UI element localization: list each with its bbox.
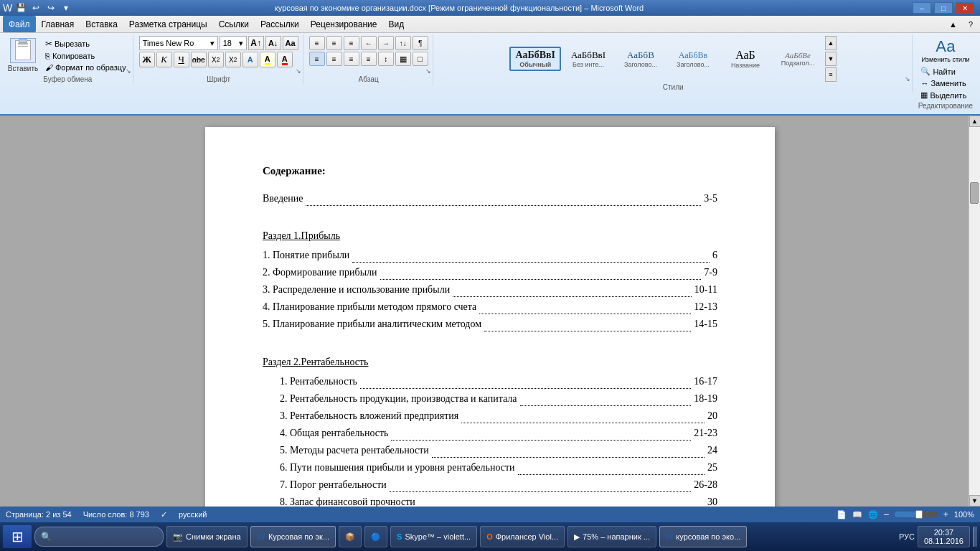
taskbar-app4[interactable]: 🔵 xyxy=(364,526,387,547)
save-qa-btn[interactable]: 💾 xyxy=(14,1,27,14)
font-color-button[interactable]: A xyxy=(277,52,293,67)
section1-block: Раздел 1.Прибыль 1. Понятие прибыли 6 2.… xyxy=(263,217,717,331)
text-highlight-button[interactable]: A xyxy=(260,52,275,67)
style-heading2[interactable]: АаБбВв Заголово... xyxy=(668,47,718,71)
sort-button[interactable]: ↑↓ xyxy=(395,36,411,50)
format-painter-button[interactable]: 🖌 Формат по образцу xyxy=(43,62,128,72)
start-button[interactable]: ⊞ xyxy=(3,525,32,548)
align-right-button[interactable]: ≡ xyxy=(344,52,359,66)
system-clock[interactable]: 20:37 08.11.2016 xyxy=(918,526,970,547)
center-button[interactable]: ≡ xyxy=(326,52,342,66)
bullets-button[interactable]: ≡ xyxy=(309,36,325,50)
text-effects-button[interactable]: A xyxy=(242,52,258,67)
numbering-button[interactable]: ≡ xyxy=(326,36,342,50)
styles-expand-btn[interactable]: ≡ xyxy=(825,67,837,82)
ribbon-collapse-btn[interactable]: ▲ xyxy=(945,19,961,30)
styles-scroll-down-btn[interactable]: ▼ xyxy=(825,52,837,66)
bold-button[interactable]: Ж xyxy=(139,52,155,67)
style-no-interval[interactable]: АаБбВвI Без инте... xyxy=(563,47,613,71)
taskbar-word2[interactable]: W курсовая по эко... xyxy=(659,526,747,547)
minimize-button[interactable]: – xyxy=(913,2,931,14)
redo-qa-btn[interactable]: ↪ xyxy=(44,1,57,14)
font-expand-icon[interactable]: ↘ xyxy=(296,67,301,75)
superscript-button[interactable]: X2 xyxy=(225,52,241,67)
view-reading-icon[interactable]: 📖 xyxy=(852,510,862,519)
zoom-thumb[interactable] xyxy=(915,510,923,519)
search-bar[interactable]: 🔍 xyxy=(34,527,164,547)
font-grow-button[interactable]: A↑ xyxy=(248,36,264,50)
qa-dropdown-btn[interactable]: ▾ xyxy=(60,1,72,14)
menu-page-layout[interactable]: Разметка страницы xyxy=(123,16,213,32)
taskbar-screenshots[interactable]: 📷 Снимки экрана xyxy=(166,526,248,547)
taskbar-app3[interactable]: 📦 xyxy=(339,526,362,547)
s1-i3-page: 10-11 xyxy=(694,282,717,297)
menu-references[interactable]: Ссылки xyxy=(213,16,255,32)
lang-indicator[interactable]: РУС xyxy=(899,532,915,541)
shading-button[interactable]: ▦ xyxy=(395,52,411,66)
clear-format-button[interactable]: Aa xyxy=(283,36,298,50)
clipboard-expand-icon[interactable]: ↘ xyxy=(126,67,131,75)
decrease-indent-button[interactable]: ← xyxy=(361,36,377,50)
maximize-button[interactable]: □ xyxy=(934,2,953,14)
style-heading1[interactable]: АаБбВ Заголово... xyxy=(616,47,666,71)
font-name-dropdown[interactable]: Times New Ro ▾ xyxy=(139,36,218,50)
cut-button[interactable]: ✂ Вырезать xyxy=(43,38,128,50)
copy-button[interactable]: ⎘ Копировать xyxy=(43,51,128,61)
zoom-level[interactable]: 100% xyxy=(954,510,974,519)
language[interactable]: русский xyxy=(179,510,207,519)
spell-check-icon[interactable]: ✓ xyxy=(161,510,167,519)
borders-button[interactable]: □ xyxy=(413,52,428,66)
undo-qa-btn[interactable]: ↩ xyxy=(29,1,42,14)
zoom-out-button[interactable]: – xyxy=(884,509,889,519)
replace-button[interactable]: ↔ Заменить xyxy=(918,78,969,88)
taskbar-word1[interactable]: W Курсовая по эк... xyxy=(250,526,336,547)
style-title[interactable]: АаБ Название xyxy=(720,46,771,72)
style-no-interval-label: Без инте... xyxy=(569,61,608,68)
taskbar-skype[interactable]: S Skype™ – violett... xyxy=(390,526,477,547)
menu-review[interactable]: Рецензирование xyxy=(305,16,383,32)
zoom-slider[interactable] xyxy=(895,512,938,517)
style-normal[interactable]: АаБбВвI Обычный xyxy=(509,47,561,71)
show-formatting-button[interactable]: ¶ xyxy=(413,36,428,50)
menu-mailings[interactable]: Рассылки xyxy=(255,16,305,32)
italic-button[interactable]: К xyxy=(156,52,172,67)
app-window: W 💾 ↩ ↪ ▾ курсовая по экономике организа… xyxy=(0,0,980,551)
underline-button[interactable]: Ч xyxy=(174,52,189,67)
strikethrough-button[interactable]: abc xyxy=(191,52,207,67)
taskbar-partner[interactable]: ▶ 75% – напарник ... xyxy=(567,526,656,547)
menu-insert[interactable]: Вставка xyxy=(80,16,123,32)
close-button[interactable]: ✕ xyxy=(956,2,974,14)
increase-indent-button[interactable]: → xyxy=(378,36,394,50)
scroll-up-button[interactable]: ▲ xyxy=(969,116,981,127)
change-styles-button[interactable]: Аа Изменить стили xyxy=(918,36,972,65)
justify-button[interactable]: ≡ xyxy=(361,52,377,66)
intro-dots xyxy=(306,194,701,205)
styles-expand-icon[interactable]: ↘ xyxy=(905,75,910,83)
menu-home[interactable]: Главная xyxy=(36,16,80,32)
font-shrink-button[interactable]: A↓ xyxy=(265,36,281,50)
select-button[interactable]: ▦ Выделить xyxy=(918,90,969,100)
paste-button[interactable]: Вставить xyxy=(7,37,39,74)
taskbar-freelance[interactable]: O Фрилансер Viol... xyxy=(480,526,565,547)
find-button[interactable]: 🔍 Найти xyxy=(918,66,969,77)
show-desktop-btn[interactable] xyxy=(973,527,977,547)
style-subtitle[interactable]: АаБбВе Подзагол... xyxy=(773,48,823,70)
scroll-down-button[interactable]: ▼ xyxy=(969,495,981,507)
view-web-icon[interactable]: 🌐 xyxy=(868,510,878,519)
help-icon[interactable]: ? xyxy=(964,19,977,30)
menu-view[interactable]: Вид xyxy=(382,16,410,32)
scroll-thumb[interactable] xyxy=(970,182,979,204)
vertical-scrollbar[interactable]: ▲ ▼ xyxy=(969,116,980,507)
line-spacing-button[interactable]: ↕ xyxy=(378,52,394,66)
multilevel-list-button[interactable]: ≡ xyxy=(344,36,359,50)
font-size-dropdown[interactable]: 18 ▾ xyxy=(220,36,247,50)
subscript-button[interactable]: X2 xyxy=(208,52,224,67)
word-count: Число слов: 8 793 xyxy=(83,510,149,519)
windows-logo-icon: ⊞ xyxy=(11,528,24,545)
styles-scroll-up-btn[interactable]: ▲ xyxy=(825,36,837,50)
view-print-icon[interactable]: 📄 xyxy=(837,510,847,519)
zoom-in-button[interactable]: + xyxy=(943,509,948,519)
align-left-button[interactable]: ≡ xyxy=(309,52,325,66)
menu-file[interactable]: Файл xyxy=(3,16,36,32)
para-expand-icon[interactable]: ↘ xyxy=(425,67,431,75)
